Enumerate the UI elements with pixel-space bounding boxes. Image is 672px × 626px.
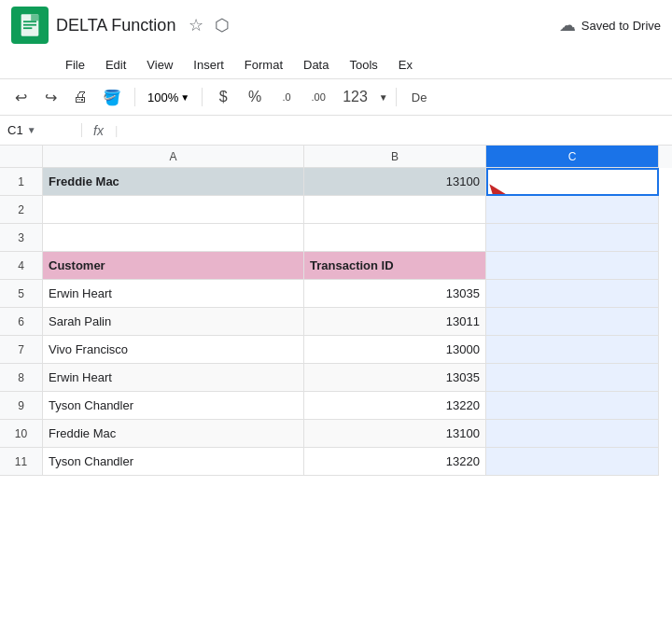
cell-b10[interactable]: 13100 — [304, 420, 486, 448]
formula-bar: C1 ▼ fx | — [0, 116, 672, 146]
cell-b5[interactable]: 13035 — [304, 280, 486, 308]
move-icon[interactable]: ⬡ — [213, 13, 231, 37]
star-icon[interactable]: ☆ — [187, 13, 205, 37]
print-button[interactable]: 🖨 — [67, 84, 93, 110]
percent-button[interactable]: % — [242, 84, 268, 110]
formula-bar-separator: | — [115, 123, 118, 137]
svg-rect-2 — [23, 24, 36, 26]
cell-a4[interactable]: Customer — [43, 252, 304, 280]
decimal-decrease-button[interactable]: .0 — [273, 84, 300, 110]
cell-a8[interactable]: Erwin Heart — [43, 364, 304, 392]
row-number: 7 — [0, 336, 43, 364]
cell-b4[interactable]: Transaction ID — [304, 252, 486, 280]
cell-b9[interactable]: 13220 — [304, 392, 486, 420]
menu-view[interactable]: View — [137, 54, 182, 76]
svg-rect-4 — [31, 14, 38, 21]
format-number-button[interactable]: 123 — [337, 84, 373, 110]
svg-rect-1 — [23, 21, 36, 22]
cell-a5[interactable]: Erwin Heart — [43, 280, 304, 308]
menu-file[interactable]: File — [56, 54, 94, 76]
table-row: 1 Freddie Mac 13100 — [0, 168, 672, 196]
table-row: 4 Customer Transaction ID — [0, 252, 672, 280]
corner-cell — [0, 146, 43, 168]
undo-button[interactable]: ↩ — [7, 84, 34, 110]
table-row: 8 Erwin Heart 13035 — [0, 364, 672, 392]
cell-a6[interactable]: Sarah Palin — [43, 308, 304, 336]
cell-c4[interactable] — [486, 252, 659, 280]
cell-b3[interactable] — [304, 224, 486, 252]
cell-c3[interactable] — [486, 224, 659, 252]
arrow-annotation — [486, 179, 553, 196]
menu-edit[interactable]: Edit — [96, 54, 135, 76]
toolbar: ↩ ↪ 🖨 🪣 100% ▼ $ % .0 .00 123 ▼ De — [0, 78, 672, 116]
row-number: 10 — [0, 420, 43, 448]
zoom-value: 100% — [147, 90, 178, 104]
cell-a2[interactable] — [43, 196, 304, 224]
cell-b7[interactable]: 13000 — [304, 336, 486, 364]
column-headers: A B C — [0, 146, 672, 168]
col-header-a[interactable]: A — [43, 146, 304, 168]
menu-extensions[interactable]: Ex — [389, 54, 422, 76]
cell-c8[interactable] — [486, 364, 659, 392]
cell-a10[interactable]: Freddie Mac — [43, 420, 304, 448]
row-number: 6 — [0, 308, 43, 336]
svg-line-6 — [493, 188, 525, 196]
table-row: 5 Erwin Heart 13035 — [0, 280, 672, 308]
cell-c9[interactable] — [486, 392, 659, 420]
formula-input[interactable] — [129, 123, 665, 137]
cell-a3[interactable] — [43, 224, 304, 252]
menu-insert[interactable]: Insert — [184, 54, 233, 76]
col-header-b[interactable]: B — [304, 146, 486, 168]
cell-b6[interactable]: 13011 — [304, 308, 486, 336]
more-formats-button[interactable]: De — [404, 87, 435, 108]
menu-bar: File Edit View Insert Format Data Tools … — [0, 50, 672, 78]
table-row: 3 — [0, 224, 672, 252]
cell-a7[interactable]: Vivo Francisco — [43, 336, 304, 364]
zoom-dropdown-icon: ▼ — [180, 92, 189, 103]
svg-rect-3 — [23, 27, 32, 29]
spreadsheet: A B C 1 Freddie Mac 13100 — [0, 146, 672, 476]
title-icons: ☆ ⬡ — [187, 13, 231, 37]
menu-data[interactable]: Data — [294, 54, 338, 76]
cell-ref-value: C1 — [7, 123, 23, 137]
zoom-selector[interactable]: 100% ▼ — [143, 88, 194, 107]
cell-reference-box: C1 ▼ — [7, 123, 82, 137]
col-header-c[interactable]: C — [486, 146, 659, 168]
table-row: 11 Tyson Chandler 13220 — [0, 448, 672, 476]
cell-b2[interactable] — [304, 196, 486, 224]
currency-button[interactable]: $ — [210, 84, 236, 110]
cell-b11[interactable]: 13220 — [304, 448, 486, 476]
cell-a9[interactable]: Tyson Chandler — [43, 392, 304, 420]
table-row: 6 Sarah Palin 13011 — [0, 308, 672, 336]
row-number: 11 — [0, 448, 43, 476]
toolbar-separator-2 — [202, 88, 203, 106]
redo-button[interactable]: ↪ — [37, 84, 63, 110]
saved-label: Saved to Drive — [581, 19, 661, 33]
toolbar-separator-3 — [396, 88, 397, 106]
cell-c2[interactable] — [486, 196, 659, 224]
table-row: 10 Freddie Mac 13100 — [0, 420, 672, 448]
cell-b1[interactable]: 13100 — [304, 168, 486, 196]
cell-c7[interactable] — [486, 336, 659, 364]
row-number: 8 — [0, 364, 43, 392]
table-row: 7 Vivo Francisco 13000 — [0, 336, 672, 364]
paint-format-button[interactable]: 🪣 — [97, 84, 127, 110]
format-number-arrow: ▼ — [379, 92, 388, 103]
cell-c6[interactable] — [486, 308, 659, 336]
cell-c10[interactable] — [486, 420, 659, 448]
toolbar-format-options: $ % .0 .00 123 ▼ — [210, 84, 388, 110]
menu-tools[interactable]: Tools — [340, 54, 386, 76]
cell-ref-dropdown-icon[interactable]: ▼ — [27, 125, 36, 135]
row-number: 5 — [0, 280, 43, 308]
decimal-increase-button[interactable]: .00 — [305, 84, 331, 110]
cell-c11[interactable] — [486, 448, 659, 476]
cell-a1[interactable]: Freddie Mac — [43, 168, 304, 196]
cloud-icon: ☁ — [559, 15, 576, 35]
cell-c5[interactable] — [486, 280, 659, 308]
cell-b8[interactable]: 13035 — [304, 364, 486, 392]
cell-c1[interactable] — [486, 168, 659, 196]
menu-format[interactable]: Format — [235, 54, 292, 76]
row-number: 9 — [0, 392, 43, 420]
app-icon — [11, 7, 49, 44]
cell-a11[interactable]: Tyson Chandler — [43, 448, 304, 476]
